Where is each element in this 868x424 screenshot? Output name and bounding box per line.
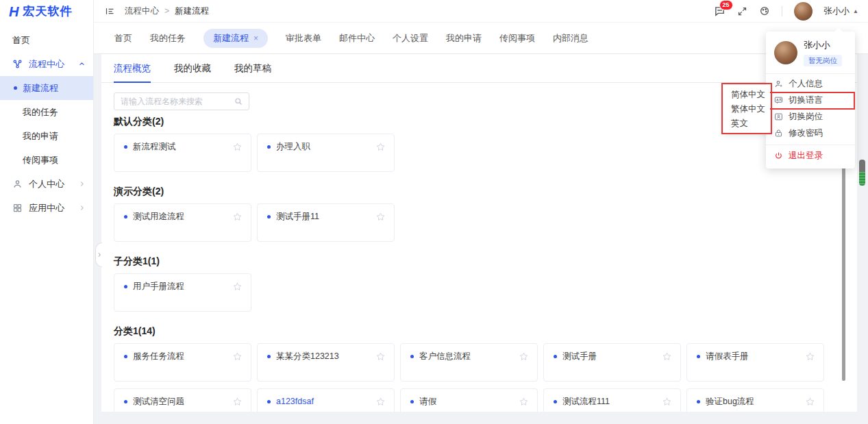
- process-card[interactable]: 测试手册: [543, 343, 681, 382]
- star-icon[interactable]: [232, 282, 243, 292]
- star-icon[interactable]: [232, 397, 243, 407]
- sidebar-item-label: 应用中心: [29, 202, 64, 214]
- category-section: 分类1(14)服务任务流程某某分类123213客户信息流程测试手册请假表手册测试…: [114, 325, 845, 412]
- process-card[interactable]: a123fdsaf: [257, 388, 395, 412]
- card-grid: 服务任务流程某某分类123213客户信息流程测试手册请假表手册测试清空问题a12…: [114, 343, 845, 412]
- process-card[interactable]: 服务任务流程: [114, 343, 251, 382]
- menu-item-switch-language[interactable]: 切换语言: [766, 92, 855, 109]
- workspace-tab[interactable]: 新建流程×: [203, 29, 268, 48]
- menu-item-change-password[interactable]: 修改密码: [766, 125, 855, 142]
- sidebar-group-process-center[interactable]: 流程中心: [0, 52, 93, 76]
- menu-item-label: 切换语言: [789, 95, 823, 106]
- process-card[interactable]: 办理入职: [257, 134, 395, 172]
- sidebar-item-my-applications[interactable]: 我的申请: [0, 124, 93, 148]
- sidebar-item-label: 我的任务: [23, 106, 58, 119]
- user-icon: [774, 79, 783, 88]
- star-icon[interactable]: [805, 397, 815, 407]
- process-name: 办理入职: [276, 142, 375, 152]
- process-card[interactable]: 新流程测试: [114, 134, 251, 172]
- sidebar-group-personal-center[interactable]: 个人中心: [0, 172, 93, 196]
- language-option[interactable]: 繁体中文: [723, 102, 770, 116]
- workspace-tab[interactable]: 邮件中心: [339, 32, 375, 45]
- sidebar-item-circulated-items[interactable]: 传阅事项: [0, 148, 93, 172]
- fullscreen-icon[interactable]: [737, 6, 747, 16]
- bullet-icon: [697, 355, 700, 358]
- breadcrumb: 流程中心 > 新建流程: [125, 5, 209, 17]
- chevron-up-icon: [79, 61, 85, 67]
- sidebar-item-new-process[interactable]: 新建流程: [0, 76, 93, 100]
- menu-item-logout[interactable]: 退出登录: [766, 148, 855, 164]
- process-name: 测试清空问题: [133, 397, 232, 407]
- breadcrumb-root[interactable]: 流程中心: [125, 5, 159, 17]
- bullet-icon: [554, 400, 557, 403]
- sidebar-group-app-center[interactable]: 应用中心: [0, 196, 93, 220]
- user-menu-trigger[interactable]: 张小小 ▲: [824, 5, 858, 17]
- menu-item-label: 退出登录: [789, 150, 823, 162]
- sidebar-item-label: 首页: [12, 34, 30, 47]
- card-grid: 新流程测试办理入职: [114, 134, 845, 172]
- content-tab[interactable]: 我的收藏: [174, 54, 211, 82]
- workspace-tab[interactable]: 我的申请: [446, 32, 482, 45]
- language-option[interactable]: 英文: [723, 116, 770, 131]
- bullet-icon: [410, 400, 414, 403]
- menu-fold-icon[interactable]: [105, 6, 115, 16]
- workspace-tab[interactable]: 我的任务: [150, 32, 186, 45]
- menu-item-label: 切换岗位: [789, 111, 823, 123]
- search-input[interactable]: [121, 97, 234, 106]
- menu-item-profile[interactable]: 个人信息: [766, 76, 855, 92]
- language-option[interactable]: 简体中文: [723, 88, 770, 102]
- star-icon[interactable]: [662, 397, 672, 407]
- workspace-tab[interactable]: 个人设置: [393, 32, 428, 45]
- star-icon[interactable]: [232, 212, 243, 222]
- menu-item-switch-position[interactable]: 切换岗位: [766, 109, 855, 125]
- workspace-tab[interactable]: 首页: [114, 32, 132, 45]
- star-icon[interactable]: [375, 351, 386, 362]
- process-card[interactable]: 客户信息流程: [400, 343, 538, 382]
- user-name-label: 张小小: [824, 5, 850, 17]
- process-card[interactable]: 测试清空问题: [114, 388, 251, 412]
- process-card[interactable]: 用户手册流程: [114, 273, 251, 312]
- star-icon[interactable]: [662, 351, 672, 362]
- process-card[interactable]: 某某分类123213: [257, 343, 395, 382]
- bullet-icon: [124, 355, 127, 358]
- star-icon[interactable]: [375, 142, 386, 152]
- process-name: 测试手册: [562, 351, 662, 362]
- star-icon[interactable]: [519, 351, 529, 362]
- brand-name: 宏天软件: [23, 3, 72, 19]
- star-icon[interactable]: [805, 351, 815, 362]
- tab-label: 传阅事项: [499, 33, 535, 43]
- panel-tabs: 流程概览我的收藏我的草稿: [101, 54, 857, 83]
- process-card[interactable]: 测试流程111: [543, 388, 681, 412]
- bullet-icon: [124, 400, 127, 403]
- process-card[interactable]: 测试用途流程: [114, 203, 251, 242]
- process-card[interactable]: 验证bug流程: [686, 388, 824, 412]
- workspace-tab[interactable]: 审批表单: [286, 32, 321, 45]
- workspace-tab[interactable]: 内部消息: [553, 32, 588, 45]
- process-card[interactable]: 请假: [400, 388, 538, 412]
- process-name: 测试流程111: [562, 397, 662, 407]
- star-icon[interactable]: [519, 397, 529, 407]
- workspace-tab[interactable]: 传阅事项: [499, 32, 535, 45]
- sidebar-collapse-handle[interactable]: [95, 242, 102, 267]
- message-count-badge: 25: [719, 0, 733, 10]
- theme-icon[interactable]: [759, 5, 770, 16]
- star-icon[interactable]: [375, 397, 386, 407]
- sidebar-item-home[interactable]: 首页: [0, 28, 93, 52]
- process-card[interactable]: 测试手册11: [257, 203, 395, 242]
- avatar[interactable]: [794, 2, 813, 21]
- tab-close-icon[interactable]: ×: [253, 34, 258, 43]
- bullet-icon: [267, 400, 271, 403]
- star-icon[interactable]: [375, 212, 386, 222]
- caret-up-icon: ▲: [853, 8, 858, 14]
- bullet-icon: [410, 355, 414, 358]
- sidebar-item-my-tasks[interactable]: 我的任务: [0, 100, 93, 124]
- content-tab[interactable]: 我的草稿: [234, 54, 271, 82]
- content-tab[interactable]: 流程概览: [114, 54, 151, 82]
- edge-widget-handle[interactable]: [859, 160, 865, 186]
- messages-button[interactable]: 25: [714, 5, 726, 17]
- star-icon[interactable]: [232, 142, 243, 152]
- bullet-icon: [697, 400, 700, 403]
- process-card[interactable]: 请假表手册: [686, 343, 824, 382]
- tab-label: 内部消息: [553, 33, 588, 43]
- star-icon[interactable]: [232, 351, 243, 362]
